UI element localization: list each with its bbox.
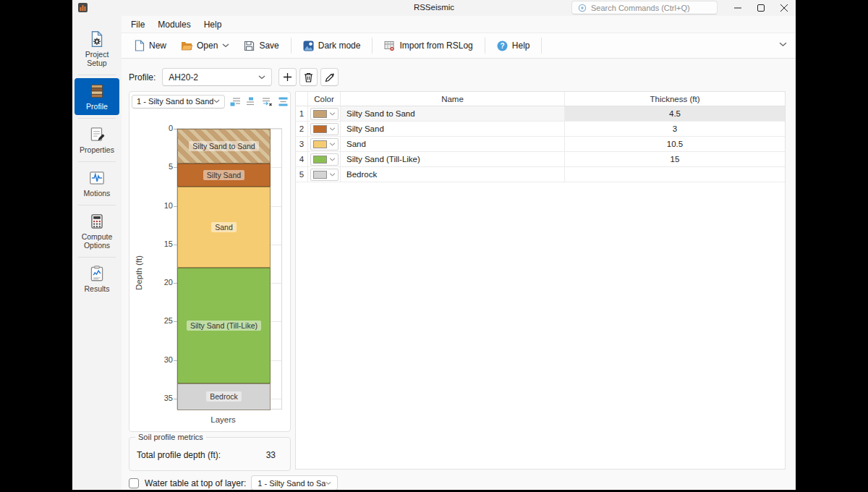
layer-tool-icons — [230, 97, 289, 106]
new-button[interactable]: New — [127, 36, 173, 55]
layer-color-dropdown[interactable] — [310, 108, 339, 120]
soil-profile-metrics-group: Soil profile metrics Total profile depth… — [129, 437, 291, 471]
motions-icon — [88, 169, 106, 187]
sidebar-item-profile[interactable]: Profile — [75, 78, 119, 115]
toolbar-separator — [485, 38, 485, 54]
sidebar-divider — [78, 118, 116, 119]
layer-color-cell — [308, 137, 341, 151]
row-number: 4 — [296, 152, 308, 166]
menu-file[interactable]: File — [124, 17, 151, 32]
layer-color-dropdown[interactable] — [310, 169, 339, 181]
command-search-input[interactable]: Search Commands (Ctrl+Q) — [571, 1, 718, 14]
layer-thickness-cell[interactable] — [565, 167, 785, 182]
chevron-down-icon — [329, 127, 336, 131]
distribute-layers-icon — [278, 97, 289, 106]
rename-profile-button[interactable] — [320, 68, 339, 86]
layer-name-cell[interactable]: Bedrock — [341, 167, 565, 182]
results-icon — [88, 264, 106, 283]
help-button[interactable]: ? Help — [490, 37, 537, 55]
toolbar-separator — [372, 38, 373, 54]
layer-thickness-cell[interactable]: 3 — [565, 122, 785, 136]
row-number: 1 — [296, 106, 308, 121]
total-depth-label: Total profile depth (ft): — [137, 450, 221, 460]
layer-color-cell — [308, 167, 341, 182]
toolbar-overflow-chevron[interactable] — [779, 42, 787, 47]
trash-icon — [304, 72, 313, 82]
sidebar-item-label: Properties — [75, 145, 119, 154]
layer-select[interactable]: 1 - Silty Sand to Sand — [132, 95, 225, 109]
window-controls — [726, 0, 796, 16]
new-button-label: New — [149, 41, 166, 51]
import-rslog-button[interactable]: Import from RSLog — [378, 37, 479, 55]
menu-modules[interactable]: Modules — [151, 17, 197, 32]
layer-name-cell[interactable]: Silty Sand (Till-Like) — [341, 152, 565, 166]
x-axis-label: Layers — [176, 415, 270, 424]
sidebar: Project Setup Profile — [72, 16, 122, 490]
menu-help[interactable]: Help — [197, 17, 229, 32]
layer-thickness-cell[interactable]: 4.5 — [565, 106, 785, 121]
toolbar-separator — [541, 38, 542, 54]
dark-mode-button[interactable]: Dark mode — [297, 37, 367, 55]
toolbar: New Open Save — [122, 33, 796, 59]
add-layer-top-icon — [246, 97, 257, 106]
sidebar-item-motions[interactable]: Motions — [75, 165, 119, 202]
sidebar-item-label: Motions — [75, 189, 119, 198]
import-rslog-button-label: Import from RSLog — [399, 41, 472, 51]
chevron-down-icon — [258, 75, 265, 80]
y-tick-label: 20 — [129, 278, 173, 287]
add-profile-button[interactable] — [278, 68, 297, 86]
open-button-label: Open — [197, 41, 218, 51]
delete-profile-button[interactable] — [299, 68, 318, 86]
save-button[interactable]: Save — [237, 37, 285, 55]
layer-name-cell[interactable]: Sand — [341, 137, 565, 151]
sidebar-item-compute-options[interactable]: Compute Options — [75, 208, 119, 254]
water-table-checkbox[interactable] — [129, 478, 139, 488]
layer-thickness-cell[interactable]: 10.5 — [565, 137, 785, 151]
soil-layer-segment[interactable]: Bedrock — [177, 383, 271, 410]
profile-chart-panel: 1 - Silty Sand to Sand — [129, 91, 291, 432]
remove-layer-button[interactable] — [262, 97, 273, 106]
help-icon: ? — [497, 41, 508, 51]
table-body: 1Silty Sand to Sand4.52Silty Sand33Sand1… — [296, 106, 785, 182]
add-layer-top-button[interactable] — [246, 97, 257, 106]
workspace: Profile: AH20-2 — [122, 59, 796, 490]
water-table-layer-select[interactable]: 1 - Silty Sand to Sand — [251, 475, 338, 490]
maximize-button[interactable] — [749, 0, 773, 16]
open-button[interactable]: Open — [174, 37, 236, 54]
chevron-down-icon — [329, 173, 336, 177]
water-table-label: Water table at top of layer: — [145, 478, 246, 488]
toolbar-separator — [291, 38, 292, 54]
soil-layer-segment[interactable]: Silty Sand (Till-Like) — [177, 268, 271, 383]
sidebar-item-label: Profile — [75, 102, 119, 111]
soil-layer-segment[interactable]: Sand — [177, 187, 271, 268]
layer-color-dropdown[interactable] — [310, 138, 339, 150]
soil-layers-icon — [88, 82, 106, 101]
table-row: 5Bedrock — [296, 167, 785, 182]
row-number: 2 — [296, 122, 308, 136]
close-button[interactable] — [773, 0, 796, 16]
layer-color-dropdown[interactable] — [310, 123, 339, 135]
add-layer-bottom-button[interactable] — [230, 97, 241, 106]
add-layer-bottom-icon — [230, 97, 241, 106]
sidebar-item-properties[interactable]: Properties — [75, 122, 119, 158]
soil-profile-chart: Silty Sand to SandSilty SandSandSilty Sa… — [176, 128, 282, 410]
layer-color-dropdown[interactable] — [310, 153, 339, 166]
row-number: 3 — [296, 137, 308, 151]
layer-name-cell[interactable]: Silty Sand — [341, 122, 565, 136]
sidebar-item-label: Compute Options — [75, 232, 119, 250]
soil-layer-segment[interactable]: Silty Sand to Sand — [177, 129, 271, 164]
dark-mode-icon — [303, 41, 314, 51]
sidebar-item-project-setup[interactable]: Project Setup — [75, 26, 119, 72]
layer-name-cell[interactable]: Silty Sand to Sand — [341, 106, 565, 121]
distribute-layers-button[interactable] — [278, 97, 289, 106]
layer-thickness-cell[interactable]: 15 — [565, 152, 785, 166]
y-axis-ticks: 05101520253035 — [129, 128, 173, 410]
sidebar-divider — [78, 161, 116, 162]
profile-select[interactable]: AH20-2 — [162, 68, 272, 86]
screen: RSSeismic Search Commands (Ctrl+Q) — [0, 0, 868, 492]
sidebar-item-results[interactable]: Results — [75, 260, 119, 297]
minimize-button[interactable] — [726, 0, 749, 16]
layer-label: Bedrock — [206, 391, 242, 402]
soil-layer-segment[interactable]: Silty Sand — [177, 164, 271, 187]
color-swatch — [313, 171, 327, 179]
